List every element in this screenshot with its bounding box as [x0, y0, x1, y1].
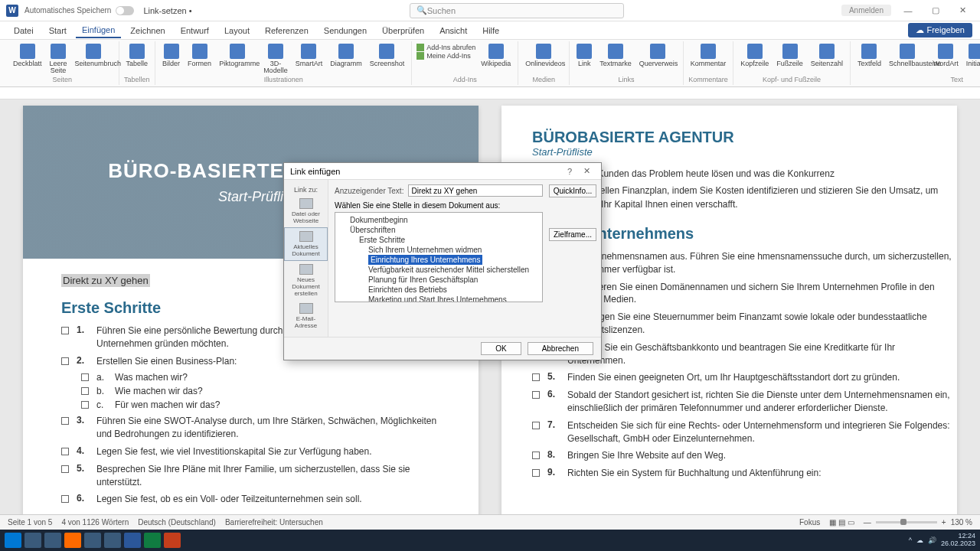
smartart-button[interactable]: SmartArt: [293, 44, 325, 67]
onlinevideos-button[interactable]: Onlinevideos: [523, 44, 564, 67]
taskbar-app[interactable]: [124, 533, 141, 548]
tree-node[interactable]: Planung für Ihren Geschäftsplan: [338, 275, 540, 285]
taskbar-app[interactable]: [64, 533, 81, 548]
checkbox-icon[interactable]: [81, 387, 89, 395]
checkbox-icon[interactable]: [61, 495, 69, 503]
formen-button[interactable]: Formen: [185, 44, 214, 67]
wordart-button[interactable]: WordArt: [931, 44, 961, 67]
checkbox-icon[interactable]: [81, 373, 89, 381]
tree-node[interactable]: Verfügbarkeit ausreichender Mittel siche…: [338, 265, 540, 275]
tab-entwurf[interactable]: Entwurf: [175, 24, 215, 37]
checkbox-icon[interactable]: [61, 448, 69, 455]
wikipedia-button[interactable]: Wikipedia: [479, 44, 513, 67]
kopfzeile-button[interactable]: Kopfzeile: [738, 44, 771, 67]
start-button[interactable]: [5, 533, 21, 548]
seitenumbruch-button[interactable]: Seitenumbruch: [73, 44, 114, 67]
taskbar-app[interactable]: [104, 533, 121, 548]
zoom-control[interactable]: —+ 130 %: [864, 518, 972, 527]
checkbox-icon[interactable]: [81, 401, 89, 409]
linktype-file-web[interactable]: Datei oder Webseite: [284, 195, 328, 227]
screenshot-button[interactable]: Screenshot: [368, 44, 407, 67]
checkbox-icon[interactable]: [532, 422, 540, 429]
view-icons[interactable]: ▦ ▤ ▭: [829, 518, 854, 527]
diagramm-button[interactable]: Diagramm: [328, 44, 364, 67]
ok-button[interactable]: OK: [481, 342, 521, 355]
tab-layout[interactable]: Layout: [218, 24, 256, 37]
linktype-new-doc[interactable]: Neues Dokument erstellen: [284, 261, 328, 300]
textmarke-button[interactable]: Textmarke: [597, 44, 634, 67]
tree-node[interactable]: Überschriften: [338, 225, 540, 235]
addins-abrufen-button[interactable]: Add-Ins abrufen: [416, 44, 475, 51]
3d-modelle-button[interactable]: 3D-Modelle: [261, 44, 290, 74]
tree-node[interactable]: Dokumentbeginn: [338, 215, 540, 225]
cancel-button[interactable]: Abbrechen: [528, 342, 593, 355]
close-button[interactable]: ✕: [952, 5, 974, 15]
deckblatt-button[interactable]: Deckblatt: [11, 44, 44, 67]
checkbox-icon[interactable]: [61, 417, 69, 425]
dialog-close-button[interactable]: ✕: [578, 166, 595, 176]
tree-node[interactable]: Erste Schritte: [338, 235, 540, 245]
dialog-help-button[interactable]: ?: [561, 167, 578, 176]
textfeld-button[interactable]: Textfeld: [855, 44, 884, 67]
tab-datei[interactable]: Datei: [8, 24, 40, 37]
document-name[interactable]: Link-setzen •: [143, 6, 191, 15]
seitenzahl-button[interactable]: Seitenzahl: [808, 44, 845, 67]
maximize-button[interactable]: ▢: [925, 5, 946, 15]
bilder-button[interactable]: Bilder: [160, 44, 182, 67]
zoom-slider[interactable]: [876, 521, 937, 523]
toggle-switch[interactable]: [116, 6, 134, 15]
tabelle-button[interactable]: Tabelle: [124, 44, 151, 67]
checkbox-icon[interactable]: [532, 373, 540, 381]
word-count[interactable]: 4 von 1126 Wörtern: [61, 518, 129, 527]
quickinfo-button[interactable]: QuickInfo...: [549, 184, 596, 197]
tree-node-selected[interactable]: Einrichtung Ihres Unternehmens: [368, 255, 482, 265]
checkbox-icon[interactable]: [61, 327, 69, 334]
targetframe-button[interactable]: Zielframe...: [549, 228, 596, 241]
checkbox-icon[interactable]: [532, 452, 540, 459]
tab-zeichnen[interactable]: Zeichnen: [124, 24, 171, 37]
language-indicator[interactable]: Deutsch (Deutschland): [138, 518, 216, 527]
initiale-button[interactable]: Initiale: [964, 44, 980, 67]
tab-sendungen[interactable]: Sendungen: [318, 24, 373, 37]
taskbar-app[interactable]: [144, 533, 161, 548]
linktype-email[interactable]: E-Mail-Adresse: [284, 300, 328, 332]
tab-ansicht[interactable]: Ansicht: [433, 24, 473, 37]
focus-mode[interactable]: Fokus: [799, 518, 820, 527]
taskbar-app[interactable]: [164, 533, 181, 548]
page-indicator[interactable]: Seite 1 von 5: [8, 518, 52, 527]
tab-ueberpruefen[interactable]: Überprüfen: [376, 24, 430, 37]
display-text-input[interactable]: [408, 184, 543, 197]
leere-seite-button[interactable]: Leere Seite: [47, 44, 70, 74]
meine-addins-button[interactable]: Meine Add-Ins: [416, 52, 475, 60]
search-box[interactable]: 🔍 Suchen: [410, 3, 624, 18]
share-button[interactable]: ☁ Freigeben: [908, 23, 972, 37]
tree-node[interactable]: Marketing und Start Ihres Unternehmens: [338, 295, 540, 302]
tab-hilfe[interactable]: Hilfe: [476, 24, 505, 37]
checkbox-icon[interactable]: [61, 357, 69, 365]
tab-referenzen[interactable]: Referenzen: [259, 24, 315, 37]
minimize-button[interactable]: —: [897, 6, 919, 15]
taskbar-app[interactable]: [24, 533, 41, 548]
tree-node[interactable]: Sich Ihrem Unternehmen widmen: [338, 245, 540, 255]
taskbar-app[interactable]: [84, 533, 101, 548]
system-tray[interactable]: ^☁🔊 12:2426.02.2023: [909, 533, 975, 548]
tab-start[interactable]: Start: [43, 24, 73, 37]
selected-link-text[interactable]: Direkt zu XY gehen: [61, 274, 150, 287]
bookmark-tree[interactable]: Dokumentbeginn Überschriften Erste Schri…: [335, 212, 543, 302]
checkbox-icon[interactable]: [532, 391, 540, 399]
linktype-current-doc[interactable]: Aktuelles Dokument: [284, 227, 328, 261]
tab-einfuegen[interactable]: Einfügen: [76, 23, 121, 38]
autosave-toggle[interactable]: Automatisches Speichern: [24, 6, 134, 15]
tree-node[interactable]: Einrichten des Betriebs: [338, 285, 540, 295]
login-button[interactable]: Anmelden: [841, 5, 891, 16]
fusszeile-button[interactable]: Fußzeile: [774, 44, 805, 67]
link-button[interactable]: Link: [574, 44, 594, 67]
taskbar-app[interactable]: [44, 533, 61, 548]
querverweis-button[interactable]: Querverweis: [637, 44, 678, 67]
piktogramme-button[interactable]: Piktogramme: [217, 44, 258, 67]
accessibility-indicator[interactable]: Barrierefreiheit: Untersuchen: [225, 518, 323, 527]
ruler[interactable]: [0, 87, 980, 99]
schnellbausteine-button[interactable]: Schnellbausteine: [887, 44, 928, 67]
kommentar-button[interactable]: Kommentar: [688, 44, 729, 67]
checkbox-icon[interactable]: [532, 469, 540, 477]
